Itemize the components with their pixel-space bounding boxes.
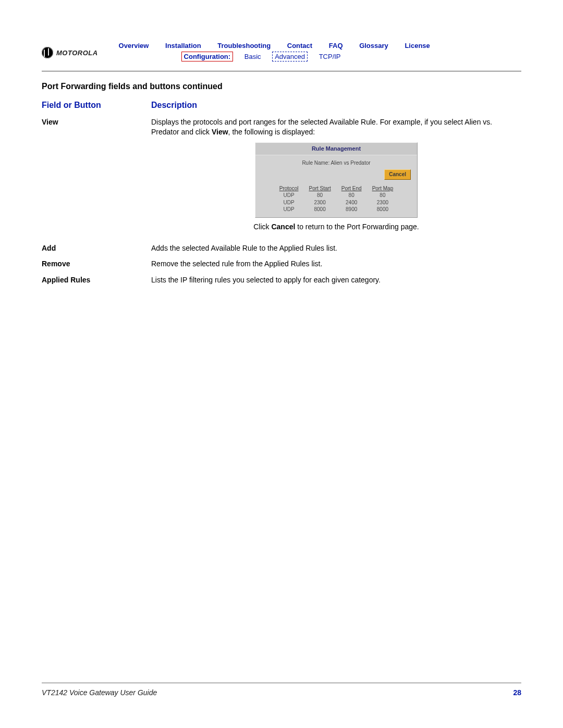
nav-troubleshooting[interactable]: Troubleshooting [217, 42, 271, 50]
nav-contact[interactable]: Contact [287, 42, 312, 50]
rm-rule-name-label: Rule Name: [302, 160, 329, 166]
nav-configuration-label: Configuration: [181, 52, 234, 61]
rm-cell: UDP [274, 199, 304, 206]
rm-table-row: UDP 80 80 80 [274, 192, 398, 199]
nav-top: Overview Installation Troubleshooting Co… [119, 42, 445, 50]
brand-logo: MOTOROLA [42, 42, 98, 58]
col-header-desc: Description [151, 101, 197, 110]
rm-cell: 8000 [303, 206, 336, 213]
desc-view-post: , the following is displayed: [228, 128, 315, 136]
nav-installation[interactable]: Installation [165, 42, 201, 50]
rm-cancel-row: Cancel [255, 168, 417, 185]
nav-basic[interactable]: Basic [244, 53, 261, 60]
desc-view: Displays the protocols and port ranges f… [151, 117, 521, 237]
rm-table: Protocol Port Start Port End Port Map UD… [274, 185, 398, 213]
nav-glossary[interactable]: Glossary [359, 42, 388, 50]
brand-name: MOTOROLA [56, 49, 98, 57]
rm-cell: UDP [274, 206, 304, 213]
header: MOTOROLA Overview Installation Troublesh… [42, 42, 521, 61]
desc-view-bold: View [212, 128, 228, 136]
rm-table-header-row: Protocol Port Start Port End Port Map [274, 185, 398, 192]
rm-th-protocol: Protocol [274, 185, 304, 192]
col-header-field: Field or Button [42, 101, 151, 110]
row-remove: Remove Remove the selected rule from the… [42, 259, 521, 269]
footer-page-number: 28 [513, 688, 521, 697]
label-add: Add [42, 243, 151, 253]
label-applied-rules: Applied Rules [42, 275, 151, 285]
rule-management-panel: Rule Management Rule Name: Alien vs Pred… [255, 142, 418, 218]
label-view: View [42, 117, 151, 237]
rm-cell: 8900 [336, 206, 367, 213]
nav-overview[interactable]: Overview [119, 42, 149, 50]
caption-pre: Click [253, 223, 271, 231]
desc-view-pre: Displays the protocols and port ranges f… [151, 118, 492, 136]
rm-table-row: UDP 8000 8900 8000 [274, 206, 398, 213]
header-divider [42, 71, 521, 71]
desc-remove: Remove the selected rule from the Applie… [151, 259, 521, 269]
caption-bold: Cancel [271, 223, 295, 231]
rm-th-port-map: Port Map [367, 185, 399, 192]
nav-tcpip[interactable]: TCP/IP [319, 53, 341, 60]
label-remove: Remove [42, 259, 151, 269]
nav-faq[interactable]: FAQ [329, 42, 343, 50]
rm-title: Rule Management [255, 143, 417, 155]
nav-sub: Configuration: Basic Advanced TCP/IP [181, 52, 445, 61]
rm-cell: 80 [367, 192, 399, 199]
rm-cell: 2300 [367, 199, 399, 206]
rm-cell: UDP [274, 192, 304, 199]
row-view: View Displays the protocols and port ran… [42, 117, 521, 237]
row-add: Add Adds the selected Available Rule to … [42, 243, 521, 253]
rm-th-port-start: Port Start [303, 185, 336, 192]
rm-table-row: UDP 2300 2400 2300 [274, 199, 398, 206]
caption-post: to return to the Port Forwarding page. [295, 223, 419, 231]
column-headers: Field or Button Description [42, 101, 521, 110]
desc-add: Adds the selected Available Rule to the … [151, 243, 521, 253]
footer-doc-title: VT2142 Voice Gateway User Guide [42, 688, 157, 697]
cancel-button[interactable]: Cancel [384, 169, 411, 180]
nav: Overview Installation Troubleshooting Co… [119, 42, 445, 61]
rm-cell: 8000 [367, 206, 399, 213]
rm-cell: 2300 [303, 199, 336, 206]
rm-cell: 2400 [336, 199, 367, 206]
section-title: Port Forwarding fields and buttons conti… [42, 82, 521, 91]
rm-th-port-end: Port End [336, 185, 367, 192]
rm-rule-name-value: Alien vs Predator [331, 160, 370, 166]
rm-caption: Click Cancel to return to the Port Forwa… [151, 222, 521, 232]
nav-advanced[interactable]: Advanced [272, 52, 308, 61]
page-footer: VT2142 Voice Gateway User Guide 28 [42, 683, 521, 697]
rm-rule-name: Rule Name: Alien vs Predator [255, 155, 417, 169]
rm-cell: 80 [303, 192, 336, 199]
desc-applied-rules: Lists the IP filtering rules you selecte… [151, 275, 521, 285]
row-applied-rules: Applied Rules Lists the IP filtering rul… [42, 275, 521, 285]
nav-license[interactable]: License [405, 42, 430, 50]
rm-cell: 80 [336, 192, 367, 199]
motorola-icon [42, 47, 53, 58]
